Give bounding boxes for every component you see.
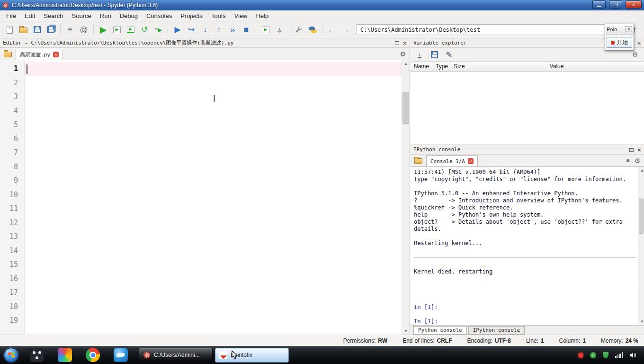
column-size[interactable]: Size: [450, 62, 469, 71]
run-selection-button[interactable]: ≡▶: [152, 23, 165, 36]
forward-button[interactable]: →: [339, 23, 352, 36]
chrome-icon[interactable]: [86, 348, 100, 362]
preferences-button[interactable]: [292, 23, 305, 36]
console-options-icon[interactable]: ⚙: [634, 157, 640, 164]
run-file-button[interactable]: ▶: [97, 23, 110, 36]
close-pane-icon[interactable]: ×: [637, 146, 641, 153]
system-tray: ✓: [578, 352, 644, 358]
taskbar-window-spyder[interactable]: C:/Users/Admini...: [139, 348, 213, 363]
browse-tabs-button[interactable]: [412, 156, 424, 165]
menu-edit[interactable]: Edit: [20, 11, 39, 21]
back-button[interactable]: ←: [325, 23, 339, 36]
scroll-up-icon[interactable]: ▲: [638, 167, 644, 174]
rerun-cell-button[interactable]: ↺: [138, 23, 151, 36]
editor-scrollbar[interactable]: ▲ ▼: [402, 60, 410, 335]
console-tab[interactable]: Console 1/A ×: [426, 155, 478, 166]
maximize-button[interactable]: [609, 0, 622, 9]
close-pane-icon[interactable]: ×: [637, 40, 641, 46]
close-pane-icon[interactable]: ×: [403, 40, 407, 46]
column-value[interactable]: Value: [469, 62, 644, 71]
undock-icon[interactable]: [629, 148, 634, 152]
browse-tabs-button[interactable]: [2, 49, 13, 59]
open-file-button[interactable]: [17, 23, 30, 36]
edit-data-button[interactable]: ✎: [442, 48, 456, 61]
tab-close-icon[interactable]: ×: [53, 52, 59, 57]
pointofix-title: Poin...: [607, 27, 621, 32]
menu-view[interactable]: View: [230, 11, 251, 21]
menu-run[interactable]: Run: [96, 11, 116, 21]
pinned-app-1-icon[interactable]: [30, 348, 44, 362]
network-icon[interactable]: [615, 352, 623, 358]
console-line: [414, 275, 635, 282]
step-over-button[interactable]: ↪: [185, 23, 198, 36]
scrollbar-thumb[interactable]: [402, 92, 409, 124]
file-switcher-icon: ≡: [68, 26, 72, 34]
stop-debug-button[interactable]: ■: [240, 23, 253, 36]
start-button-label: 开始: [617, 38, 628, 46]
menu-tools[interactable]: Tools: [207, 11, 230, 21]
undock-icon[interactable]: [395, 41, 399, 45]
volume-icon[interactable]: [629, 352, 636, 358]
menu-help[interactable]: Help: [251, 11, 273, 21]
console-line: [414, 311, 635, 318]
scroll-down-icon[interactable]: ▼: [638, 318, 644, 325]
status-memory: Memory:24 %: [601, 337, 638, 344]
pinned-app-4-icon[interactable]: [114, 348, 128, 362]
import-data-button[interactable]: ↓: [413, 48, 426, 61]
new-file-button[interactable]: [3, 23, 16, 36]
run-cell-button[interactable]: ▶: [110, 23, 124, 36]
tab-ipython-console[interactable]: IPython console: [468, 326, 525, 335]
lines-icon: ≡: [154, 27, 158, 33]
save-file-button[interactable]: [30, 23, 44, 36]
run-in-window-button[interactable]: ▶: [259, 23, 272, 36]
python-logo-icon: [309, 27, 317, 33]
column-type[interactable]: Type: [432, 62, 450, 71]
run-cell-advance-button[interactable]: ▶: [124, 23, 137, 36]
code-editor[interactable]: 12345678910111213141516171819 ▲ ▼: [0, 60, 410, 335]
continue-icon: »: [230, 25, 235, 34]
scroll-up-icon[interactable]: ▲: [402, 60, 410, 67]
check-badge-icon[interactable]: ✓: [590, 352, 596, 358]
working-directory-input[interactable]: C:\Users\Administrator\Desktop\test: [357, 24, 624, 35]
tab-python-console[interactable]: Python console: [413, 326, 467, 335]
taskbar-window-pointofix[interactable]: Pointofix: [215, 348, 289, 363]
console-line: [414, 261, 635, 268]
text-caret: [27, 64, 27, 74]
file-switcher-button[interactable]: ≡: [63, 23, 77, 36]
start-button[interactable]: [4, 348, 18, 363]
menu-debug[interactable]: Debug: [116, 11, 142, 21]
minimize-button[interactable]: [592, 0, 606, 9]
variable-table-body[interactable]: [411, 72, 644, 145]
tab-close-icon[interactable]: ×: [468, 158, 474, 164]
editor-options-icon[interactable]: ⚙: [400, 50, 406, 58]
menu-source[interactable]: Source: [68, 11, 96, 21]
editor-tab[interactable]: 高斯滤波.py ×: [16, 49, 63, 60]
menu-search[interactable]: Search: [39, 11, 67, 21]
save-data-button[interactable]: [428, 48, 441, 61]
pinned-app-2-icon[interactable]: [58, 348, 72, 362]
step-return-button[interactable]: ↑: [212, 23, 225, 36]
step-into-button[interactable]: ↓: [198, 23, 212, 36]
maximize-pane-button[interactable]: ↔↕: [273, 23, 286, 36]
popup-close-icon[interactable]: ×: [626, 26, 632, 32]
pythonpath-button[interactable]: [306, 23, 319, 36]
console-line: details.: [414, 226, 635, 233]
pointofix-start-button[interactable]: 开始: [607, 37, 632, 48]
console-line: IPython 5.1.0 -- An enhanced Interactive…: [414, 190, 635, 197]
scrollbar-thumb[interactable]: [639, 199, 644, 234]
shield-icon[interactable]: [603, 352, 608, 358]
continue-button[interactable]: »: [226, 23, 239, 36]
menu-projects[interactable]: Projects: [176, 11, 207, 21]
find-symbols-button[interactable]: @: [77, 23, 90, 36]
menu-consoles[interactable]: Consoles: [142, 11, 176, 21]
column-name[interactable]: Name: [411, 62, 432, 71]
scroll-down-icon[interactable]: ▼: [402, 328, 410, 335]
close-button[interactable]: ×: [626, 0, 642, 9]
menu-file[interactable]: File: [2, 11, 20, 21]
console-scrollbar[interactable]: ▲ ▼: [638, 167, 644, 325]
save-all-button[interactable]: [44, 23, 57, 36]
debug-file-button[interactable]: ▶: [171, 23, 184, 36]
interrupt-kernel-icon[interactable]: ■: [626, 158, 629, 164]
console-output[interactable]: 11:57:41) [MSC v.1900 64 bit (AMD64)]Typ…: [411, 167, 644, 325]
record-dot-icon[interactable]: [578, 353, 583, 358]
